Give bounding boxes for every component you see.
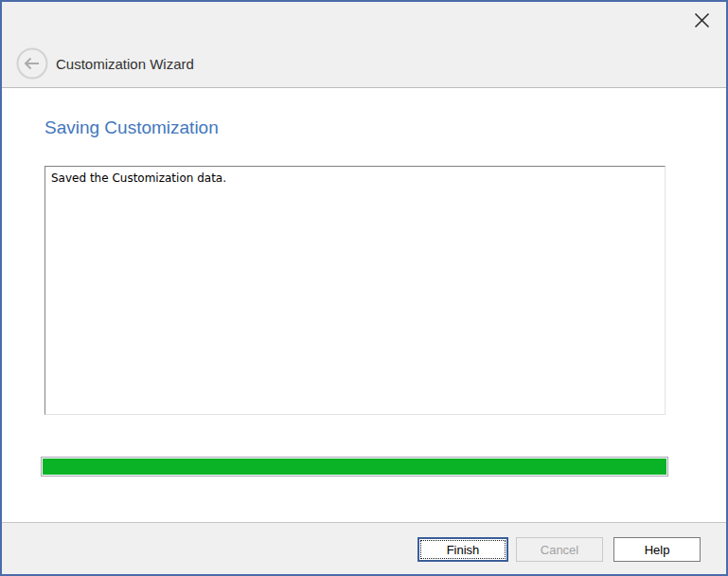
progress-bar <box>41 457 668 477</box>
log-output[interactable]: Saved the Customization data. <box>44 166 666 415</box>
button-bar: Finish Cancel Help <box>2 522 726 574</box>
finish-button[interactable]: Finish <box>417 537 508 562</box>
cancel-button[interactable]: Cancel <box>516 537 603 562</box>
log-line: Saved the Customization data. <box>51 171 659 186</box>
close-button[interactable] <box>688 7 715 33</box>
window-title: Customization Wizard <box>56 56 194 72</box>
progress-fill <box>43 459 666 475</box>
back-arrow-icon <box>16 47 48 80</box>
close-icon <box>694 12 710 28</box>
page-heading: Saving Customization <box>44 117 219 138</box>
wizard-window: Customization Wizard Saving Customizatio… <box>0 0 728 576</box>
back-button[interactable] <box>16 47 48 80</box>
help-button[interactable]: Help <box>613 537 701 562</box>
wizard-header[interactable]: Customization Wizard <box>2 2 726 88</box>
